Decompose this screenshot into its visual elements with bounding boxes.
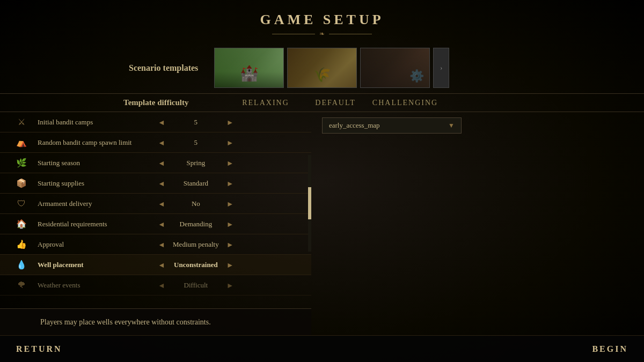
footer: RETURN BEGIN [0, 335, 644, 362]
tooltip-box: Players may place wells everywhere witho… [0, 308, 311, 335]
main-container: GAME SETUP ❧ Scenario templates › Templa… [0, 0, 644, 362]
bandit-camps-dec[interactable]: ◄ [156, 117, 167, 127]
scenario-section: Scenario templates › [0, 42, 644, 93]
begin-button[interactable]: BEGIN [592, 344, 628, 354]
difficulty-label: Template difficulty [0, 98, 231, 107]
settings-area: ⚔ Initial bandit camps ◄ 5 ► ⛺ Random ba… [0, 112, 644, 335]
header-divider: ❧ [0, 30, 644, 38]
weather-icon: 🌪 [17, 280, 26, 290]
page-title: GAME SETUP [0, 12, 644, 28]
bandit-camps-icon: ⚔ [18, 117, 25, 127]
spawn-limit-label: Random bandit camp spawn limit [32, 138, 156, 147]
setting-row-weather: 🌪 Weather events ◄ Difficult ► [0, 275, 311, 295]
settings-left: ⚔ Initial bandit camps ◄ 5 ► ⛺ Random ba… [0, 112, 311, 335]
supplies-icon-col: 📦 [0, 178, 32, 188]
season-label: Starting season [32, 159, 156, 167]
residential-icon: 🏠 [16, 219, 27, 229]
approval-dec[interactable]: ◄ [156, 240, 167, 249]
weather-dec[interactable]: ◄ [156, 280, 167, 290]
season-icon-col: 🌿 [0, 158, 32, 168]
season-icon: 🌿 [16, 158, 27, 168]
map-dropdown[interactable]: early_access_map ▼ [322, 117, 462, 134]
well-placement-icon: 💧 [16, 260, 27, 270]
settings-right: early_access_map ▼ [311, 112, 644, 335]
approval-label: Approval [32, 240, 156, 249]
setting-row-well-placement: 💧 Well placement ◄ Unconstrained ► [0, 255, 311, 275]
armament-icon: 🛡 [17, 199, 26, 209]
season-control: ◄ Spring ► [156, 158, 311, 168]
setting-row-supplies: 📦 Starting supplies ◄ Standard ► [0, 173, 311, 194]
scenario-label: Scenario templates [129, 63, 198, 73]
bandit-camps-icon-col: ⚔ [0, 117, 32, 127]
setting-row-residential: 🏠 Residential requirements ◄ Demanding ► [0, 214, 311, 234]
setting-row-approval: 👍 Approval ◄ Medium penalty ► [0, 234, 311, 255]
supplies-value: Standard [172, 179, 220, 188]
setting-row-bandit-camps: ⚔ Initial bandit camps ◄ 5 ► [0, 112, 311, 132]
weather-label: Weather events [32, 281, 156, 290]
bandit-camps-label: Initial bandit camps [32, 118, 156, 127]
armament-value: No [172, 200, 220, 208]
supplies-icon: 📦 [16, 178, 27, 188]
supplies-label: Starting supplies [32, 179, 156, 188]
spawn-limit-control: ◄ 5 ► [156, 138, 311, 147]
setting-row-season: 🌿 Starting season ◄ Spring ► [0, 153, 311, 173]
difficulty-row: Template difficulty RELAXING DEFAULT CHA… [0, 93, 644, 112]
season-dec[interactable]: ◄ [156, 158, 167, 168]
residential-control: ◄ Demanding ► [156, 219, 311, 229]
supplies-inc[interactable]: ► [224, 179, 236, 188]
approval-icon-col: 👍 [0, 239, 32, 249]
supplies-dec[interactable]: ◄ [156, 179, 167, 188]
scenario-thumbnail-1[interactable] [214, 48, 284, 88]
setting-row-armament: 🛡 Armament delivery ◄ No ► [0, 194, 311, 214]
tooltip-text: Players may place wells everywhere witho… [40, 318, 211, 326]
header: GAME SETUP ❧ [0, 0, 644, 42]
season-inc[interactable]: ► [224, 158, 236, 168]
armament-inc[interactable]: ► [224, 199, 236, 209]
return-button[interactable]: RETURN [16, 344, 62, 354]
well-placement-dec[interactable]: ◄ [156, 260, 167, 270]
residential-inc[interactable]: ► [224, 219, 236, 229]
approval-value: Medium penalty [172, 240, 220, 249]
weather-inc[interactable]: ► [224, 280, 236, 290]
header-ornament: ❧ [319, 30, 325, 38]
weather-control: ◄ Difficult ► [156, 280, 311, 290]
scenario-thumbnail-3[interactable] [360, 48, 430, 88]
well-placement-icon-col: 💧 [0, 260, 32, 270]
difficulty-default[interactable]: DEFAULT [301, 99, 370, 107]
bandit-camps-value: 5 [172, 118, 220, 127]
settings-scroll: ⚔ Initial bandit camps ◄ 5 ► ⛺ Random ba… [0, 112, 311, 295]
spawn-limit-value: 5 [172, 138, 220, 147]
residential-icon-col: 🏠 [0, 219, 32, 229]
spawn-limit-inc[interactable]: ► [224, 138, 236, 147]
residential-value: Demanding [172, 220, 220, 228]
bandit-camps-inc[interactable]: ► [224, 117, 236, 127]
difficulty-relaxing[interactable]: RELAXING [231, 99, 301, 107]
armament-control: ◄ No ► [156, 199, 311, 209]
spawn-limit-icon-col: ⛺ [0, 137, 32, 147]
well-placement-value: Unconstrained [172, 261, 220, 269]
armament-dec[interactable]: ◄ [156, 199, 167, 209]
scenario-thumbnails: › [214, 48, 449, 88]
approval-icon: 👍 [16, 239, 27, 249]
residential-label: Residential requirements [32, 220, 156, 228]
spawn-limit-icon: ⛺ [16, 137, 27, 147]
bandit-camps-control: ◄ 5 ► [156, 117, 311, 127]
map-dropdown-arrow: ▼ [448, 122, 455, 130]
residential-dec[interactable]: ◄ [156, 219, 167, 229]
season-value: Spring [172, 159, 220, 167]
supplies-control: ◄ Standard ► [156, 179, 311, 188]
setting-row-spawn-limit: ⛺ Random bandit camp spawn limit ◄ 5 ► [0, 132, 311, 153]
scenario-thumbnail-2[interactable] [287, 48, 357, 88]
thumbnail-nav-next[interactable]: › [433, 48, 449, 88]
well-placement-inc[interactable]: ► [224, 260, 236, 270]
weather-icon-col: 🌪 [0, 280, 32, 290]
difficulty-challenging[interactable]: CHALLENGING [370, 99, 440, 107]
approval-inc[interactable]: ► [224, 240, 236, 249]
approval-control: ◄ Medium penalty ► [156, 240, 311, 249]
spawn-limit-dec[interactable]: ◄ [156, 138, 167, 147]
armament-icon-col: 🛡 [0, 199, 32, 209]
weather-value: Difficult [172, 281, 220, 290]
well-placement-control: ◄ Unconstrained ► [156, 260, 311, 270]
map-dropdown-value: early_access_map [329, 121, 444, 130]
armament-label: Armament delivery [32, 200, 156, 208]
